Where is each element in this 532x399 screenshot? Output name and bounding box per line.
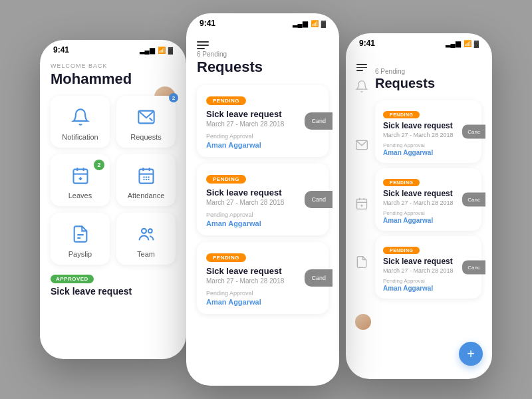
wifi-icon-right: 📶 bbox=[464, 40, 471, 47]
card-date-2: March 27 - March 28 2018 bbox=[206, 199, 319, 206]
card-title-3: Sick leave request bbox=[206, 266, 319, 276]
approval-label-3: Pending Approval bbox=[206, 290, 319, 297]
notification-label: Notification bbox=[62, 133, 98, 141]
leaves-item[interactable]: 2 Leaves bbox=[51, 154, 110, 206]
svg-rect-2 bbox=[73, 170, 87, 184]
svg-point-21 bbox=[148, 229, 152, 233]
requests-title-mid: Requests bbox=[197, 59, 329, 76]
payslip-item[interactable]: Payslip bbox=[51, 213, 110, 265]
signal-icon-right: ▂▄▆ bbox=[446, 40, 461, 47]
requests-title-right: Requests bbox=[375, 76, 481, 91]
doc-side-icon bbox=[355, 255, 368, 269]
right-card-date-3: March 27 - March 28 2018 bbox=[383, 267, 473, 274]
attendance-label: Attendance bbox=[128, 192, 165, 200]
right-approval-name-3: Aman Aggarwal bbox=[383, 285, 473, 292]
right-approval-label-3: Pending Approval bbox=[383, 278, 473, 284]
status-bar-mid: 9:41 ▂▄▆ 📶 ▓ bbox=[186, 13, 339, 31]
signal-icons-left: ▂▄▆ 📶 ▓ bbox=[140, 47, 173, 54]
mid-phone: 9:41 ▂▄▆ 📶 ▓ 6 Pending Requests PENDING … bbox=[186, 13, 339, 386]
signal-icon-mid: ▂▄▆ bbox=[293, 20, 308, 27]
left-phone: 9:41 ▂▄▆ 📶 ▓ WELCOME BACK Mohammed Notif… bbox=[40, 40, 186, 359]
pending-tag-1: PENDING bbox=[206, 96, 246, 105]
avatar-side bbox=[355, 314, 371, 330]
approved-badge: APPROVED bbox=[51, 275, 94, 283]
card-date-3: March 27 - March 28 2018 bbox=[206, 277, 319, 285]
right-approval-name-2: Aman Aggarwal bbox=[383, 217, 473, 224]
time-left: 9:41 bbox=[53, 45, 69, 55]
right-card-3: PENDING Sick leave request March 27 - Ma… bbox=[375, 236, 481, 299]
approval-label-1: Pending Approval bbox=[206, 133, 319, 140]
cancel-button-1[interactable]: Cand bbox=[305, 112, 332, 130]
pending-tag-2: PENDING bbox=[206, 175, 246, 184]
right-card-2: PENDING Sick leave request March 27 - Ma… bbox=[375, 168, 481, 231]
right-cancel-btn-2[interactable]: Canc bbox=[462, 193, 485, 207]
hamburger-menu[interactable] bbox=[197, 41, 209, 49]
right-approval-name-1: Aman Aggarwal bbox=[383, 149, 473, 156]
sidebar-icon-right[interactable] bbox=[356, 64, 367, 71]
right-pending-tag-2: PENDING bbox=[383, 179, 420, 186]
svg-line-1 bbox=[149, 118, 152, 121]
welcome-label: WELCOME BACK bbox=[51, 63, 176, 69]
requests-label: Requests bbox=[130, 133, 161, 141]
leaves-badge: 2 bbox=[94, 160, 104, 170]
battery-icon-right: ▓ bbox=[474, 40, 479, 47]
right-approval-label-1: Pending Approval bbox=[383, 142, 473, 148]
signal-icon: ▂▄▆ bbox=[140, 47, 155, 54]
approval-name-1: Aman Aggarwal bbox=[206, 141, 319, 149]
payslip-label: Payslip bbox=[68, 250, 92, 258]
calendar-plus-icon bbox=[68, 164, 92, 188]
card-date-1: March 27 - March 28 2018 bbox=[206, 120, 319, 128]
bottom-sick-leave-title: Sick leave request bbox=[51, 286, 176, 297]
fab-plus-icon: + bbox=[467, 347, 475, 360]
wifi-icon-mid: 📶 bbox=[311, 20, 319, 27]
right-pending-tag-3: PENDING bbox=[383, 247, 420, 254]
right-cancel-btn-3[interactable]: Canc bbox=[462, 261, 485, 275]
leaves-label: Leaves bbox=[68, 192, 92, 200]
wifi-icon: 📶 bbox=[158, 47, 166, 54]
status-bar-left: 9:41 ▂▄▆ 📶 ▓ bbox=[40, 40, 186, 57]
calendar-grid-icon bbox=[134, 164, 158, 188]
bell-icon bbox=[68, 105, 92, 129]
right-cancel-btn-1[interactable]: Canc bbox=[462, 125, 485, 139]
right-phone: 9:41 ▂▄▆ 📶 ▓ 6 Pending Requests PENDING bbox=[346, 33, 492, 379]
cancel-button-3[interactable]: Cand bbox=[305, 269, 332, 287]
right-card-title-3: Sick leave request bbox=[383, 257, 473, 266]
time-mid: 9:41 bbox=[200, 19, 215, 28]
bottom-approved-section: APPROVED Sick leave request bbox=[51, 271, 176, 297]
right-card-1: PENDING Sick leave request March 27 - Ma… bbox=[375, 100, 481, 163]
bell-side-icon bbox=[355, 80, 368, 93]
people-icon bbox=[134, 222, 158, 246]
pending-count-mid: 6 Pending bbox=[197, 51, 329, 58]
menu-grid: Notification 2 Requests 2 bbox=[51, 96, 176, 265]
requests-item[interactable]: 2 Requests bbox=[116, 96, 176, 148]
side-icons bbox=[355, 80, 371, 330]
right-card-date-1: March 27 - March 28 2018 bbox=[383, 132, 473, 138]
svg-rect-8 bbox=[139, 170, 153, 184]
battery-icon-mid: ▓ bbox=[321, 20, 326, 27]
right-pending-tag-1: PENDING bbox=[383, 111, 420, 118]
envelope-icon bbox=[134, 105, 158, 129]
attendance-item[interactable]: Attendance bbox=[116, 154, 176, 206]
signal-icons-mid: ▂▄▆ 📶 ▓ bbox=[293, 20, 326, 27]
time-right: 9:41 bbox=[359, 39, 375, 48]
notification-item[interactable]: Notification bbox=[51, 96, 110, 148]
pending-tag-3: PENDING bbox=[206, 253, 246, 262]
card-title-2: Sick leave request bbox=[206, 188, 319, 198]
fab-button[interactable]: + bbox=[459, 342, 483, 366]
team-item[interactable]: Team bbox=[116, 213, 176, 265]
right-approval-label-2: Pending Approval bbox=[383, 210, 473, 216]
battery-icon: ▓ bbox=[168, 47, 173, 54]
pending-count-right: 6 Pending bbox=[375, 68, 481, 75]
team-label: Team bbox=[137, 250, 155, 258]
cancel-button-2[interactable]: Cand bbox=[305, 191, 332, 208]
signal-icons-right: ▂▄▆ 📶 ▓ bbox=[446, 40, 479, 47]
approval-label-2: Pending Approval bbox=[206, 211, 319, 218]
request-card-3: PENDING Sick leave request March 27 - Ma… bbox=[197, 242, 329, 314]
svg-point-20 bbox=[142, 229, 146, 233]
cal-side-icon bbox=[355, 197, 368, 210]
approval-name-2: Aman Aggarwal bbox=[206, 219, 319, 227]
requests-badge: 2 bbox=[169, 93, 178, 102]
svg-rect-23 bbox=[357, 199, 367, 209]
document-icon bbox=[68, 222, 92, 246]
approval-name-3: Aman Aggarwal bbox=[206, 298, 319, 306]
